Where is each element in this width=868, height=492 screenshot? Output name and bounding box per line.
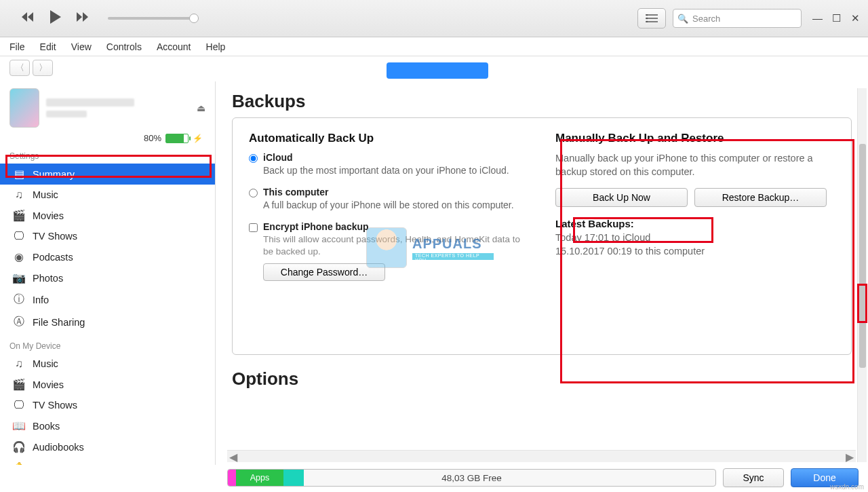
sidebar-device-books[interactable]: 📖Books (0, 415, 215, 436)
info-icon: ⓘ (12, 292, 26, 307)
menu-file[interactable]: File (9, 41, 25, 52)
storage-seg-apps: Apps (236, 470, 283, 486)
photos-icon: 📷 (12, 271, 26, 284)
svg-point-1 (646, 18, 648, 19)
storage-bar-row: Apps 48,03 GB Free Sync Done (227, 466, 859, 489)
icloud-desc: Back up the most important data on your … (263, 164, 509, 177)
menu-help[interactable]: Help (206, 41, 226, 52)
battery-status: 80% ⚡ (0, 133, 215, 149)
backup-now-button[interactable]: Back Up Now (555, 188, 688, 207)
latest-backup-1: Today 17:01 to iCloud (555, 232, 835, 243)
svg-point-2 (646, 21, 648, 22)
device-header: ⏏ (0, 81, 215, 133)
encrypt-checkbox[interactable] (249, 223, 258, 232)
auto-backup-title: Automatically Back Up (249, 132, 528, 145)
movies-icon: 🎬 (12, 378, 26, 391)
search-icon: 🔍 (677, 14, 688, 24)
next-button[interactable] (69, 12, 98, 25)
sidebar-device-music[interactable]: ♫Music (0, 354, 215, 374)
tones-icon: 🔔 (12, 461, 26, 465)
close-button[interactable]: ✕ (850, 12, 860, 24)
manual-desc: Manually back up your iPhone to this com… (555, 152, 835, 178)
movies-icon: 🎬 (12, 209, 26, 222)
summary-icon: ▤ (12, 168, 26, 181)
sidebar-device-tvshows[interactable]: 🖵TV Shows (0, 395, 215, 415)
sidebar-item-movies[interactable]: 🎬Movies (0, 205, 215, 226)
vertical-scrollbar[interactable] (857, 88, 867, 462)
nav-forward-button[interactable]: 〉 (33, 60, 53, 76)
search-placeholder: Search (692, 14, 720, 24)
onmydevice-header: On My Device (0, 339, 215, 354)
icloud-radio[interactable] (249, 154, 258, 163)
latest-backup-2: 15.10.2017 00:19 to this computer (555, 246, 835, 257)
menu-account[interactable]: Account (157, 41, 191, 52)
sidebar-item-info[interactable]: ⓘInfo (0, 288, 215, 311)
sidebar-item-podcasts[interactable]: ◉Podcasts (0, 246, 215, 267)
storage-bar[interactable]: Apps 48,03 GB Free (227, 469, 716, 487)
highlight-scrollbar (857, 284, 867, 323)
nav-back-button[interactable]: 〈 (9, 60, 30, 76)
encrypt-label: Encrypt iPhone backup (263, 221, 521, 232)
maximize-button[interactable]: ☐ (831, 12, 841, 24)
sidebar-item-tvshows[interactable]: 🖵TV Shows (0, 226, 215, 246)
minimize-button[interactable]: — (812, 12, 822, 24)
play-button[interactable] (42, 10, 69, 27)
books-icon: 📖 (12, 419, 26, 432)
latest-backups-title: Latest Backups: (555, 218, 835, 229)
sidebar-device-movies[interactable]: 🎬Movies (0, 374, 215, 395)
device-thumbnail-icon (9, 88, 39, 128)
sync-button[interactable]: Sync (723, 468, 784, 487)
thiscomputer-desc: A full backup of your iPhone will be sto… (263, 199, 514, 212)
battery-icon (165, 134, 189, 143)
sidebar-item-music[interactable]: ♫Music (0, 185, 215, 205)
thiscomputer-label: This computer (263, 187, 514, 197)
encrypt-desc: This will allow account passwords, Healt… (263, 233, 521, 258)
player-toolbar: 🔍 Search — ☐ ✕ (0, 0, 868, 37)
music-icon: ♫ (12, 358, 26, 370)
svg-point-0 (646, 14, 648, 16)
search-input[interactable]: 🔍 Search (673, 9, 802, 28)
menu-edit[interactable]: Edit (40, 41, 56, 52)
list-view-button[interactable] (637, 8, 666, 29)
settings-header: Settings (0, 149, 215, 164)
sidebar-device-tones[interactable]: 🔔Tones (0, 457, 215, 465)
thiscomputer-radio[interactable] (249, 189, 258, 197)
sidebar-item-photos[interactable]: 📷Photos (0, 267, 215, 288)
change-password-button[interactable]: Change Password… (263, 263, 385, 281)
icloud-label: iCloud (263, 152, 509, 163)
battery-percent: 80% (144, 133, 161, 143)
backups-title: Backups (232, 91, 852, 112)
menu-controls[interactable]: Controls (106, 41, 142, 52)
menu-view[interactable]: View (71, 41, 92, 52)
sidebar-device-audiobooks[interactable]: 🎧Audiobooks (0, 436, 215, 457)
device-name-blur (46, 98, 134, 107)
storage-seg-3 (283, 470, 304, 486)
manual-title: Manually Back Up and Restore (555, 132, 835, 145)
sidebar-item-filesharing[interactable]: ⒶFile Sharing (0, 311, 215, 333)
eject-button[interactable]: ⏏ (197, 102, 205, 113)
storage-seg-1 (228, 470, 236, 486)
backups-box: Automatically Back Up iCloud Back up the… (232, 117, 852, 355)
audiobooks-icon: 🎧 (12, 440, 26, 453)
tv-icon: 🖵 (12, 399, 26, 411)
charging-icon: ⚡ (193, 134, 203, 143)
previous-button[interactable] (14, 12, 42, 25)
device-tab[interactable] (387, 62, 488, 79)
footer-watermark: wsxdn.com (830, 483, 864, 491)
menu-bar: File Edit View Controls Account Help (0, 37, 868, 56)
appstore-icon: Ⓐ (12, 315, 26, 329)
restore-backup-button[interactable]: Restore Backup… (694, 188, 827, 207)
device-model-blur (46, 111, 87, 117)
main-panel: Backups Automatically Back Up iCloud Bac… (216, 81, 868, 465)
sidebar: ⏏ 80% ⚡ Settings ▤Summary ♫Music 🎬Movies… (0, 81, 216, 465)
music-icon: ♫ (12, 189, 26, 201)
horizontal-scrollbar[interactable]: ◀▶ (227, 450, 856, 462)
options-title: Options (232, 368, 852, 390)
volume-slider[interactable] (108, 17, 196, 20)
storage-free-label: 48,03 GB Free (441, 473, 502, 483)
sidebar-item-summary[interactable]: ▤Summary (0, 164, 215, 185)
podcast-icon: ◉ (12, 250, 26, 263)
tv-icon: 🖵 (12, 230, 26, 242)
